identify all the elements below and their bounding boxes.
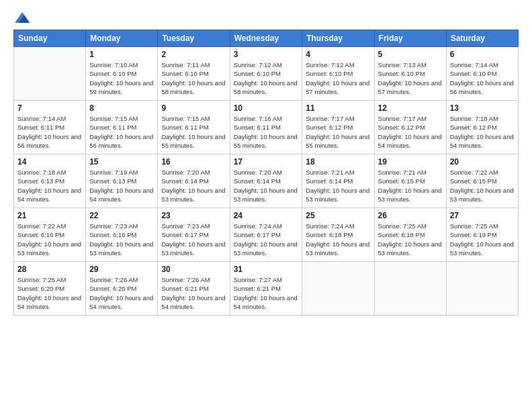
col-header-monday: Monday — [86, 30, 158, 47]
calendar-cell: 22Sunrise: 7:23 AM Sunset: 6:16 PM Dayli… — [86, 208, 158, 262]
calendar-cell: 13Sunrise: 7:18 AM Sunset: 6:12 PM Dayli… — [446, 101, 518, 154]
day-number: 13 — [450, 103, 515, 113]
calendar-cell: 6Sunrise: 7:14 AM Sunset: 6:10 PM Daylig… — [446, 47, 518, 101]
calendar-cell: 1Sunrise: 7:10 AM Sunset: 6:10 PM Daylig… — [86, 47, 158, 101]
week-row-1: 7Sunrise: 7:14 AM Sunset: 6:11 PM Daylig… — [14, 101, 519, 154]
day-info: Sunrise: 7:20 AM Sunset: 6:14 PM Dayligh… — [234, 168, 299, 203]
calendar-cell: 18Sunrise: 7:21 AM Sunset: 6:14 PM Dayli… — [302, 154, 374, 208]
calendar-cell: 20Sunrise: 7:22 AM Sunset: 6:15 PM Dayli… — [446, 154, 518, 208]
calendar-cell: 25Sunrise: 7:24 AM Sunset: 6:18 PM Dayli… — [302, 208, 374, 262]
calendar-cell: 23Sunrise: 7:23 AM Sunset: 6:17 PM Dayli… — [158, 208, 230, 262]
day-number: 2 — [161, 50, 226, 59]
calendar-cell: 10Sunrise: 7:16 AM Sunset: 6:11 PM Dayli… — [230, 101, 302, 154]
day-number: 7 — [17, 103, 82, 113]
day-info: Sunrise: 7:18 AM Sunset: 6:13 PM Dayligh… — [17, 168, 82, 203]
day-number: 9 — [161, 103, 226, 113]
calendar-cell: 29Sunrise: 7:26 AM Sunset: 6:20 PM Dayli… — [86, 262, 158, 316]
calendar-cell: 19Sunrise: 7:21 AM Sunset: 6:15 PM Dayli… — [374, 154, 446, 208]
day-number: 17 — [234, 157, 299, 167]
day-info: Sunrise: 7:24 AM Sunset: 6:17 PM Dayligh… — [234, 222, 299, 257]
day-number: 26 — [378, 211, 443, 220]
day-number: 3 — [234, 50, 299, 59]
day-info: Sunrise: 7:14 AM Sunset: 6:11 PM Dayligh… — [17, 114, 82, 150]
day-number: 25 — [306, 211, 370, 220]
day-number: 18 — [306, 157, 370, 167]
col-header-friday: Friday — [374, 30, 446, 47]
day-number: 31 — [234, 265, 299, 274]
day-number: 23 — [161, 211, 226, 220]
calendar-cell: 30Sunrise: 7:26 AM Sunset: 6:21 PM Dayli… — [158, 262, 230, 316]
day-info: Sunrise: 7:27 AM Sunset: 6:21 PM Dayligh… — [234, 275, 299, 311]
day-info: Sunrise: 7:23 AM Sunset: 6:16 PM Dayligh… — [89, 222, 154, 257]
col-header-wednesday: Wednesday — [230, 30, 302, 47]
day-info: Sunrise: 7:21 AM Sunset: 6:14 PM Dayligh… — [306, 168, 370, 203]
day-info: Sunrise: 7:26 AM Sunset: 6:20 PM Dayligh… — [89, 275, 154, 311]
week-row-4: 28Sunrise: 7:25 AM Sunset: 6:20 PM Dayli… — [14, 262, 519, 316]
calendar-cell: 15Sunrise: 7:19 AM Sunset: 6:13 PM Dayli… — [86, 154, 158, 208]
header — [13, 12, 519, 23]
calendar-cell: 28Sunrise: 7:25 AM Sunset: 6:20 PM Dayli… — [14, 262, 86, 316]
day-info: Sunrise: 7:14 AM Sunset: 6:10 PM Dayligh… — [450, 60, 515, 96]
col-header-saturday: Saturday — [446, 30, 518, 47]
day-info: Sunrise: 7:23 AM Sunset: 6:17 PM Dayligh… — [161, 222, 226, 257]
logo-icon — [15, 12, 30, 23]
day-info: Sunrise: 7:25 AM Sunset: 6:19 PM Dayligh… — [450, 222, 515, 257]
calendar-cell: 27Sunrise: 7:25 AM Sunset: 6:19 PM Dayli… — [446, 208, 518, 262]
col-header-tuesday: Tuesday — [158, 30, 230, 47]
calendar-cell: 12Sunrise: 7:17 AM Sunset: 6:12 PM Dayli… — [374, 101, 446, 154]
day-info: Sunrise: 7:18 AM Sunset: 6:12 PM Dayligh… — [450, 114, 515, 150]
day-info: Sunrise: 7:11 AM Sunset: 6:10 PM Dayligh… — [161, 60, 226, 96]
calendar-cell: 31Sunrise: 7:27 AM Sunset: 6:21 PM Dayli… — [230, 262, 302, 316]
day-info: Sunrise: 7:20 AM Sunset: 6:14 PM Dayligh… — [161, 168, 226, 203]
day-info: Sunrise: 7:21 AM Sunset: 6:15 PM Dayligh… — [378, 168, 443, 203]
day-number: 10 — [234, 103, 299, 113]
week-row-0: 1Sunrise: 7:10 AM Sunset: 6:10 PM Daylig… — [14, 47, 519, 101]
day-info: Sunrise: 7:19 AM Sunset: 6:13 PM Dayligh… — [89, 168, 154, 203]
day-info: Sunrise: 7:12 AM Sunset: 6:10 PM Dayligh… — [234, 60, 299, 96]
day-number: 15 — [89, 157, 154, 167]
day-info: Sunrise: 7:15 AM Sunset: 6:11 PM Dayligh… — [89, 114, 154, 150]
day-info: Sunrise: 7:10 AM Sunset: 6:10 PM Dayligh… — [89, 60, 154, 96]
day-number: 16 — [161, 157, 226, 167]
day-info: Sunrise: 7:24 AM Sunset: 6:18 PM Dayligh… — [306, 222, 370, 257]
day-number: 4 — [306, 50, 370, 59]
calendar-cell — [302, 262, 374, 316]
day-info: Sunrise: 7:17 AM Sunset: 6:12 PM Dayligh… — [306, 114, 370, 150]
calendar-cell: 4Sunrise: 7:12 AM Sunset: 6:10 PM Daylig… — [302, 47, 374, 101]
day-info: Sunrise: 7:22 AM Sunset: 6:15 PM Dayligh… — [450, 168, 515, 203]
calendar-cell: 24Sunrise: 7:24 AM Sunset: 6:17 PM Dayli… — [230, 208, 302, 262]
day-info: Sunrise: 7:16 AM Sunset: 6:11 PM Dayligh… — [234, 114, 299, 150]
calendar-cell: 21Sunrise: 7:22 AM Sunset: 6:16 PM Dayli… — [14, 208, 86, 262]
calendar-cell: 14Sunrise: 7:18 AM Sunset: 6:13 PM Dayli… — [14, 154, 86, 208]
day-info: Sunrise: 7:12 AM Sunset: 6:10 PM Dayligh… — [306, 60, 370, 96]
week-row-2: 14Sunrise: 7:18 AM Sunset: 6:13 PM Dayli… — [14, 154, 519, 208]
calendar-cell — [14, 47, 86, 101]
day-info: Sunrise: 7:25 AM Sunset: 6:20 PM Dayligh… — [17, 275, 82, 311]
calendar-cell: 11Sunrise: 7:17 AM Sunset: 6:12 PM Dayli… — [302, 101, 374, 154]
day-number: 22 — [89, 211, 154, 220]
day-info: Sunrise: 7:13 AM Sunset: 6:10 PM Dayligh… — [378, 60, 443, 96]
day-number: 5 — [378, 50, 443, 59]
day-number: 20 — [450, 157, 515, 167]
day-number: 19 — [378, 157, 443, 167]
day-number: 28 — [17, 265, 82, 274]
calendar-cell: 17Sunrise: 7:20 AM Sunset: 6:14 PM Dayli… — [230, 154, 302, 208]
day-number: 27 — [450, 211, 515, 220]
day-info: Sunrise: 7:15 AM Sunset: 6:11 PM Dayligh… — [161, 114, 226, 150]
calendar-cell: 26Sunrise: 7:25 AM Sunset: 6:18 PM Dayli… — [374, 208, 446, 262]
day-info: Sunrise: 7:17 AM Sunset: 6:12 PM Dayligh… — [378, 114, 443, 150]
day-number: 24 — [234, 211, 299, 220]
week-row-3: 21Sunrise: 7:22 AM Sunset: 6:16 PM Dayli… — [14, 208, 519, 262]
logo — [13, 12, 30, 23]
day-number: 21 — [17, 211, 82, 220]
day-number: 29 — [89, 265, 154, 274]
calendar-cell: 16Sunrise: 7:20 AM Sunset: 6:14 PM Dayli… — [158, 154, 230, 208]
calendar-cell: 3Sunrise: 7:12 AM Sunset: 6:10 PM Daylig… — [230, 47, 302, 101]
calendar-cell: 7Sunrise: 7:14 AM Sunset: 6:11 PM Daylig… — [14, 101, 86, 154]
day-number: 12 — [378, 103, 443, 113]
day-number: 6 — [450, 50, 515, 59]
day-number: 8 — [89, 103, 154, 113]
day-info: Sunrise: 7:22 AM Sunset: 6:16 PM Dayligh… — [17, 222, 82, 257]
calendar-cell: 2Sunrise: 7:11 AM Sunset: 6:10 PM Daylig… — [158, 47, 230, 101]
col-header-thursday: Thursday — [302, 30, 374, 47]
